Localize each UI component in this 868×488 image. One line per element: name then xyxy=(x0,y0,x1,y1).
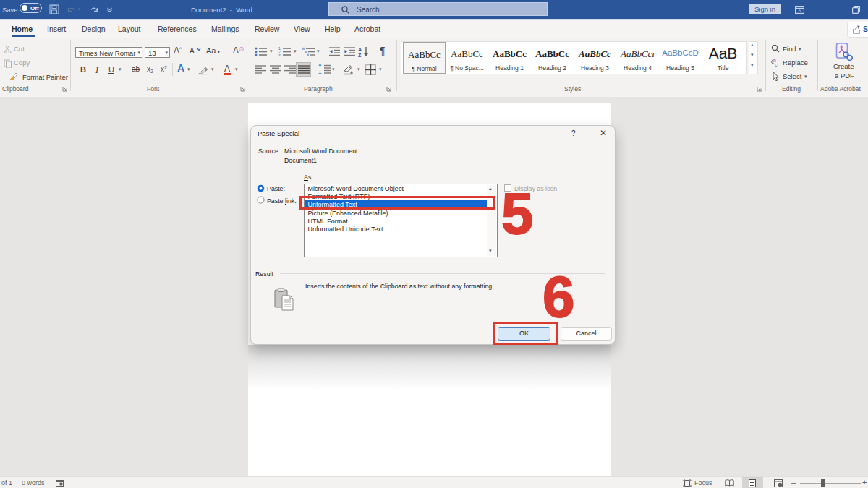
svg-text:A: A xyxy=(358,47,362,52)
svg-text:Z: Z xyxy=(358,53,362,58)
svg-text:c: c xyxy=(775,62,778,67)
svg-text:3: 3 xyxy=(278,53,281,57)
